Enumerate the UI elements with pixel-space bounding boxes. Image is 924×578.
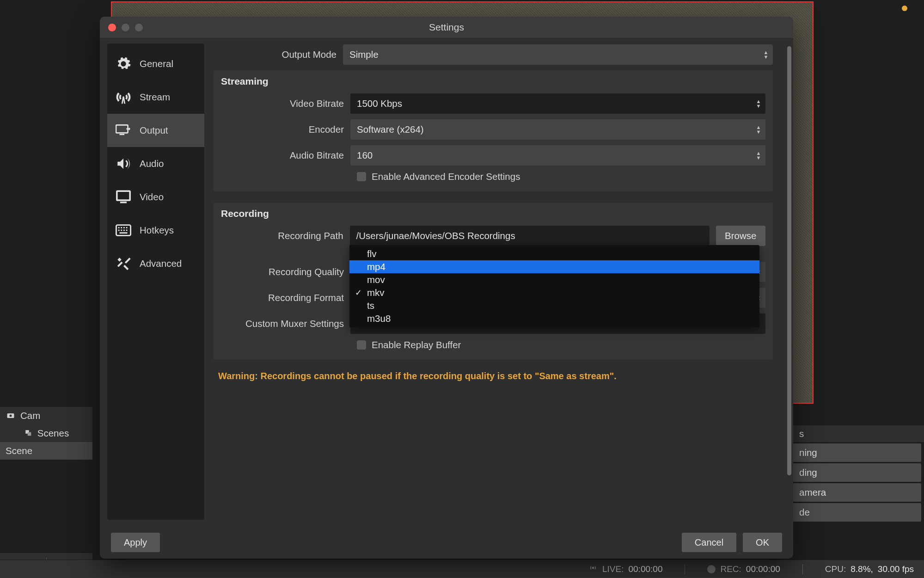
- scrollbar[interactable]: [787, 46, 791, 475]
- titlebar[interactable]: Settings: [100, 17, 793, 38]
- spinner-icon[interactable]: ▲▼: [753, 95, 764, 112]
- sidebar-item-stream[interactable]: Stream: [107, 80, 204, 114]
- scenes-icon: [24, 428, 34, 438]
- streaming-section: Streaming Video Bitrate 1500 Kbps ▲▼ Enc…: [214, 70, 773, 191]
- audio-bitrate-select[interactable]: 160 ▲▼: [350, 145, 765, 166]
- sidebar-item-advanced[interactable]: Advanced: [107, 247, 204, 280]
- svg-rect-14: [118, 230, 120, 231]
- section-header: Streaming: [221, 76, 765, 87]
- svg-rect-3: [28, 432, 31, 436]
- recording-path-label: Recording Path: [221, 230, 350, 241]
- camera-icon: [6, 411, 16, 421]
- format-option-flv[interactable]: flv: [349, 247, 759, 260]
- controls-header: s: [790, 425, 924, 442]
- format-option-mkv[interactable]: ✓mkv: [349, 286, 759, 299]
- sidebar-item-label: Stream: [140, 92, 170, 103]
- svg-point-4: [592, 567, 594, 568]
- sidebar-item-label: Video: [140, 191, 164, 203]
- video-bitrate-label: Video Bitrate: [221, 98, 350, 109]
- ok-button[interactable]: OK: [743, 533, 782, 552]
- source-label: Cam: [20, 410, 40, 421]
- window-title: Settings: [100, 22, 793, 33]
- browse-button[interactable]: Browse: [716, 226, 765, 246]
- tools-icon: [115, 255, 132, 272]
- sidebar-item-label: Output: [140, 125, 168, 136]
- svg-rect-6: [120, 134, 125, 135]
- record-dot-icon: [707, 565, 716, 573]
- sidebar-item-hotkeys[interactable]: Hotkeys: [107, 214, 204, 247]
- checkbox-label: Enable Advanced Encoder Settings: [372, 171, 520, 182]
- checkbox-icon: [357, 172, 366, 181]
- recording-path-input[interactable]: /Users/junae/Movies/OBS Recordings: [350, 226, 710, 246]
- controls-panel: s ning ding amera de: [790, 425, 924, 523]
- control-button-2[interactable]: amera: [793, 483, 921, 502]
- encoder-label: Encoder: [221, 124, 350, 135]
- format-option-mp4[interactable]: mp4: [349, 260, 759, 273]
- recording-section: Recording Recording Path /Users/junae/Mo…: [214, 203, 773, 360]
- format-option-m3u8[interactable]: m3u8: [349, 312, 759, 325]
- sidebar-item-label: Hotkeys: [140, 225, 174, 236]
- encoder-select[interactable]: Software (x264) ▲▼: [350, 119, 765, 140]
- svg-rect-17: [126, 230, 128, 231]
- broadcast-icon: [588, 563, 598, 575]
- chevron-updown-icon: ▲▼: [753, 147, 764, 164]
- advanced-encoder-checkbox[interactable]: Enable Advanced Encoder Settings: [357, 171, 765, 182]
- minimize-window-button[interactable]: [122, 24, 129, 31]
- keyboard-icon: [115, 221, 132, 239]
- output-mode-label: Output Mode: [214, 49, 343, 60]
- sidebar-item-general[interactable]: General: [107, 47, 204, 80]
- sidebar-item-label: Audio: [140, 158, 164, 169]
- cancel-button[interactable]: Cancel: [682, 533, 736, 552]
- control-button-1[interactable]: ding: [793, 463, 921, 482]
- sidebar-item-label: General: [140, 58, 173, 69]
- status-dot-icon: [902, 6, 907, 11]
- checkmark-icon: ✓: [355, 288, 362, 298]
- scenes-header: Scenes: [0, 424, 92, 442]
- audio-bitrate-label: Audio Bitrate: [221, 150, 350, 161]
- recording-quality-label: Recording Quality: [221, 266, 350, 277]
- settings-window: Settings General Stream Output: [100, 17, 793, 559]
- sources-dock: Cam Scenes Scene: [0, 407, 92, 460]
- cpu-status: CPU: 8.8%, 30.00 fps: [825, 564, 914, 574]
- sidebar-item-audio[interactable]: Audio: [107, 147, 204, 180]
- video-bitrate-input[interactable]: 1500 Kbps ▲▼: [350, 93, 765, 114]
- scenes-header-label: Scenes: [37, 428, 69, 439]
- format-option-mov[interactable]: mov: [349, 273, 759, 286]
- status-bar: LIVE: 00:00:00 REC: 00:00:00 CPU: 8.8%, …: [0, 560, 924, 578]
- svg-rect-10: [118, 227, 120, 228]
- recording-format-dropdown: flv mp4 mov ✓mkv ts m3u8: [349, 245, 759, 327]
- svg-rect-11: [121, 227, 122, 228]
- output-mode-select[interactable]: Simple ▲▼: [343, 44, 773, 65]
- format-option-ts[interactable]: ts: [349, 299, 759, 312]
- chevron-updown-icon: ▲▼: [753, 121, 764, 138]
- speaker-icon: [115, 155, 132, 172]
- svg-rect-8: [120, 202, 127, 203]
- sidebar-item-video[interactable]: Video: [107, 180, 204, 214]
- apply-button[interactable]: Apply: [111, 533, 160, 552]
- scene-row[interactable]: Scene: [0, 442, 92, 460]
- scene-label: Scene: [6, 445, 32, 456]
- svg-rect-5: [116, 125, 128, 133]
- replay-buffer-checkbox[interactable]: Enable Replay Buffer: [357, 339, 765, 350]
- separator: [802, 564, 803, 574]
- svg-point-1: [10, 415, 12, 417]
- sidebar-item-output[interactable]: Output: [107, 114, 204, 147]
- monitor-icon: [115, 188, 132, 206]
- sidebar-item-label: Advanced: [140, 258, 182, 269]
- window-controls: [108, 24, 143, 31]
- control-button-0[interactable]: ning: [793, 443, 921, 462]
- source-item-cam[interactable]: Cam: [0, 407, 92, 424]
- checkbox-label: Enable Replay Buffer: [372, 339, 461, 350]
- control-button-3[interactable]: de: [793, 503, 921, 522]
- antenna-icon: [115, 88, 132, 106]
- svg-rect-12: [123, 227, 125, 228]
- chevron-updown-icon: ▲▼: [761, 46, 771, 63]
- separator: [685, 564, 685, 574]
- zoom-window-button[interactable]: [135, 24, 143, 31]
- warning-text: Warning: Recordings cannot be paused if …: [218, 371, 786, 381]
- svg-rect-15: [121, 230, 122, 231]
- checkbox-icon: [357, 340, 366, 350]
- rec-status: REC: 00:00:00: [707, 564, 780, 574]
- close-window-button[interactable]: [108, 24, 116, 31]
- section-header: Recording: [221, 208, 765, 219]
